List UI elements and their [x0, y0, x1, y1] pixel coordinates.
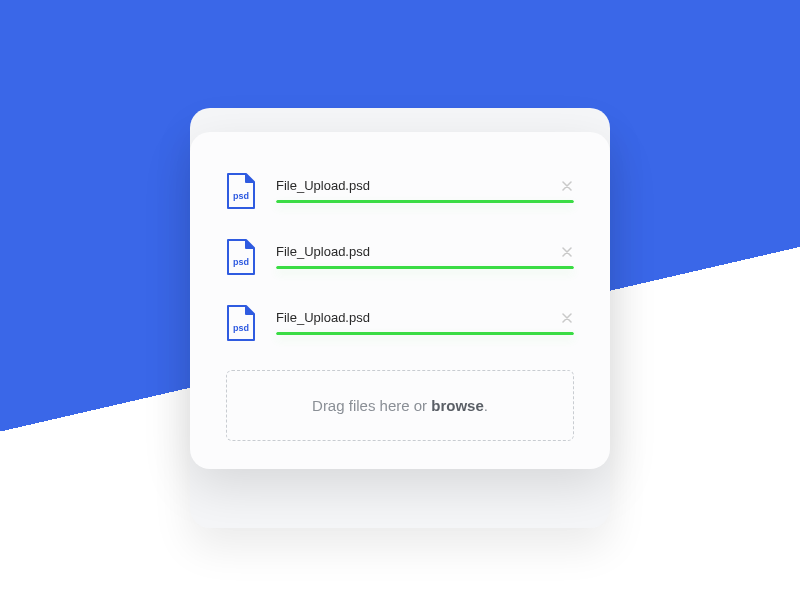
- file-name: File_Upload.psd: [276, 178, 370, 193]
- file-name: File_Upload.psd: [276, 244, 370, 259]
- dropzone[interactable]: Drag files here or browse.: [226, 370, 574, 441]
- file-top: File_Upload.psd: [276, 244, 574, 259]
- file-body: File_Upload.psd: [276, 244, 574, 269]
- upload-card: psd File_Upload.psd psd: [190, 132, 610, 469]
- upload-stage: psd File_Upload.psd psd: [0, 0, 800, 600]
- svg-text:psd: psd: [233, 323, 249, 333]
- psd-file-icon: psd: [226, 238, 256, 276]
- close-icon: [562, 247, 572, 257]
- progress-fill: [276, 200, 574, 203]
- file-body: File_Upload.psd: [276, 178, 574, 203]
- close-icon: [562, 313, 572, 323]
- file-body: File_Upload.psd: [276, 310, 574, 335]
- dropzone-suffix: .: [484, 397, 488, 414]
- file-top: File_Upload.psd: [276, 310, 574, 325]
- svg-text:psd: psd: [233, 191, 249, 201]
- psd-file-icon: psd: [226, 304, 256, 342]
- remove-file-button[interactable]: [560, 311, 574, 325]
- psd-file-icon: psd: [226, 172, 256, 210]
- progress-track: [276, 200, 574, 203]
- progress-track: [276, 266, 574, 269]
- progress-fill: [276, 266, 574, 269]
- close-icon: [562, 181, 572, 191]
- progress-track: [276, 332, 574, 335]
- remove-file-button[interactable]: [560, 245, 574, 259]
- file-name: File_Upload.psd: [276, 310, 370, 325]
- progress-fill: [276, 332, 574, 335]
- file-top: File_Upload.psd: [276, 178, 574, 193]
- remove-file-button[interactable]: [560, 179, 574, 193]
- browse-link[interactable]: browse: [431, 397, 484, 414]
- file-row: psd File_Upload.psd: [226, 238, 574, 276]
- dropzone-prefix: Drag files here or: [312, 397, 431, 414]
- svg-text:psd: psd: [233, 257, 249, 267]
- file-row: psd File_Upload.psd: [226, 172, 574, 210]
- file-row: psd File_Upload.psd: [226, 304, 574, 342]
